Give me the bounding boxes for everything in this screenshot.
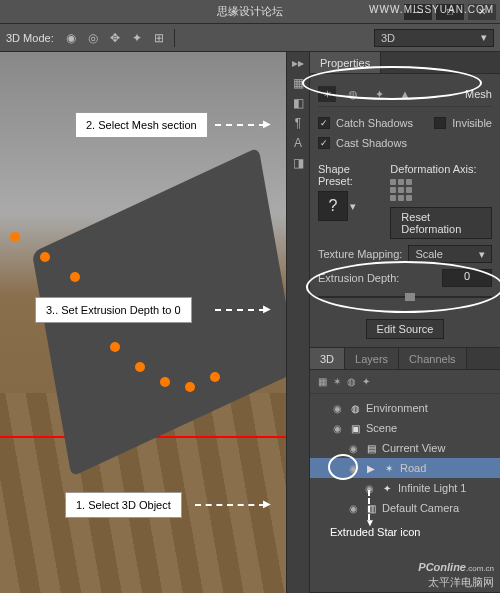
checkbox-label: Cast Shadows <box>336 137 407 149</box>
expand-icon[interactable]: ▶ <box>364 463 378 474</box>
slider-thumb[interactable] <box>405 293 415 301</box>
watermark-top: WWW.MISSYUAN.COM <box>369 4 494 15</box>
tree-item-road[interactable]: ◉▶✶Road <box>310 458 500 478</box>
extrusion-depth-label: Extrusion Depth: <box>318 272 399 284</box>
checkbox-label: Invisible <box>452 117 492 129</box>
checkbox-label: Catch Shadows <box>336 117 413 129</box>
properties-panel: Properties ✶ ◍ ✦ ▲ Mesh ✓ Catch Shadows <box>310 52 500 348</box>
item-type-icon: ▥ <box>364 503 378 514</box>
watermark-bottom: PConline.com.cn 太平洋电脑网 <box>418 560 494 589</box>
item-label: Scene <box>366 422 397 434</box>
callout-step1: 1. Select 3D Object <box>65 492 182 518</box>
item-label: Default Camera <box>382 502 459 514</box>
item-label: Environment <box>366 402 428 414</box>
tool-icon[interactable]: A <box>294 136 302 150</box>
filter-mesh-icon[interactable]: ✶ <box>333 376 341 387</box>
tab-channels[interactable]: Channels <box>399 348 466 369</box>
chevron-down-icon: ▾ <box>479 248 485 261</box>
visibility-icon[interactable]: ◉ <box>330 403 344 414</box>
tree-item-scene[interactable]: ◉▣Scene <box>310 418 500 438</box>
control-point[interactable] <box>10 232 20 242</box>
shape-preset-label: Shape Preset: <box>318 163 380 187</box>
collapse-icon[interactable]: ▸▸ <box>292 56 304 70</box>
arrow-step1 <box>195 504 265 506</box>
filter-light-icon[interactable]: ✦ <box>362 376 370 387</box>
callout-step3: 3.. Set Extrusion Depth to 0 <box>35 297 192 323</box>
tab-3d[interactable]: 3D <box>310 348 345 369</box>
item-type-icon: ✦ <box>380 483 394 494</box>
slide-icon[interactable]: ✦ <box>128 29 146 47</box>
brand-subtext: 太平洋电脑网 <box>428 576 494 588</box>
arrow-icon-label <box>368 490 370 520</box>
materials-section-icon[interactable]: ◍ <box>344 86 362 102</box>
control-point[interactable] <box>185 382 195 392</box>
orbit-icon[interactable]: ◉ <box>62 29 80 47</box>
tool-strip: ▸▸ ▦ ◧ ¶ A ◨ <box>286 52 310 593</box>
item-type-icon: ▤ <box>364 443 378 454</box>
control-point[interactable] <box>70 272 80 282</box>
view-dropdown[interactable]: 3D ▾ <box>374 29 494 47</box>
tool-icon[interactable]: ◨ <box>293 156 304 170</box>
tool-icon[interactable]: ▦ <box>293 76 304 90</box>
control-point[interactable] <box>210 372 220 382</box>
filter-row: ▦ ✶ ◍ ✦ <box>310 374 500 394</box>
checkbox-icon: ✓ <box>318 117 330 129</box>
item-label: Road <box>400 462 426 474</box>
tree-item-current-view[interactable]: ◉▤Current View <box>310 438 500 458</box>
zoom-icon[interactable]: ⊞ <box>150 29 168 47</box>
extrusion-slider[interactable] <box>318 291 492 303</box>
visibility-icon[interactable]: ◉ <box>346 443 360 454</box>
tree-item-infinite-light-1[interactable]: ◉✦Infinite Light 1 <box>310 478 500 498</box>
control-point[interactable] <box>40 252 50 262</box>
texture-mapping-dropdown[interactable]: Scale ▾ <box>408 245 492 263</box>
deformation-axis-label: Deformation Axis: <box>390 163 492 175</box>
section-picker: ✶ ◍ ✦ ▲ Mesh <box>318 82 492 107</box>
axis-grid[interactable] <box>390 179 492 201</box>
callout-step2: 2. Select Mesh section <box>75 112 208 138</box>
item-type-icon: ▣ <box>348 423 362 434</box>
catch-shadows-checkbox[interactable]: ✓ Catch Shadows <box>318 117 413 129</box>
scene-section-icon[interactable]: ▲ <box>396 86 414 102</box>
item-label: Infinite Light 1 <box>398 482 467 494</box>
roll-icon[interactable]: ◎ <box>84 29 102 47</box>
section-label: Mesh <box>465 88 492 100</box>
icon-label-text: Extruded Star icon <box>330 526 421 538</box>
reset-deformation-button[interactable]: Reset Deformation <box>390 207 492 239</box>
3d-panel: 3D Layers Channels ▦ ✶ ◍ ✦ ◉◍Environment… <box>310 348 500 593</box>
arrow-step3 <box>215 309 265 311</box>
texture-mapping-label: Texture Mapping: <box>318 248 402 260</box>
chevron-down-icon[interactable]: ▾ <box>350 200 356 213</box>
pan-icon[interactable]: ✥ <box>106 29 124 47</box>
brand-text: PConline <box>418 561 466 573</box>
cast-shadows-checkbox[interactable]: ✓ Cast Shadows <box>318 137 492 149</box>
visibility-icon[interactable]: ◉ <box>330 423 344 434</box>
shape-preset-picker[interactable]: ? <box>318 191 348 221</box>
mode-label: 3D Mode: <box>6 32 54 44</box>
control-point[interactable] <box>135 362 145 372</box>
dropdown-value: 3D <box>381 32 395 44</box>
light-section-icon[interactable]: ✦ <box>370 86 388 102</box>
filter-whole-icon[interactable]: ▦ <box>318 376 327 387</box>
edit-source-button[interactable]: Edit Source <box>366 319 445 339</box>
item-type-icon: ◍ <box>348 403 362 414</box>
dropdown-value: Scale <box>415 248 443 260</box>
tab-properties[interactable]: Properties <box>310 52 381 73</box>
control-point[interactable] <box>110 342 120 352</box>
tree-item-environment[interactable]: ◉◍Environment <box>310 398 500 418</box>
checkbox-icon: ✓ <box>318 137 330 149</box>
tool-icon[interactable]: ¶ <box>295 116 301 130</box>
extrusion-depth-input[interactable]: 0 <box>442 269 492 287</box>
filter-material-icon[interactable]: ◍ <box>347 376 356 387</box>
tab-row: Properties <box>310 52 500 74</box>
mesh-section-icon[interactable]: ✶ <box>318 86 336 102</box>
control-point[interactable] <box>160 377 170 387</box>
3d-viewport[interactable]: 2. Select Mesh section 3.. Set Extrusion… <box>0 52 286 593</box>
visibility-icon[interactable]: ◉ <box>346 463 360 474</box>
window-title: 思缘设计论坛 <box>217 4 283 19</box>
tree-item-default-camera[interactable]: ◉▥Default Camera <box>310 498 500 518</box>
right-panels: Properties ✶ ◍ ✦ ▲ Mesh ✓ Catch Shadows <box>310 52 500 593</box>
visibility-icon[interactable]: ◉ <box>346 503 360 514</box>
tool-icon[interactable]: ◧ <box>293 96 304 110</box>
invisible-checkbox[interactable]: Invisible <box>434 117 492 129</box>
tab-layers[interactable]: Layers <box>345 348 399 369</box>
